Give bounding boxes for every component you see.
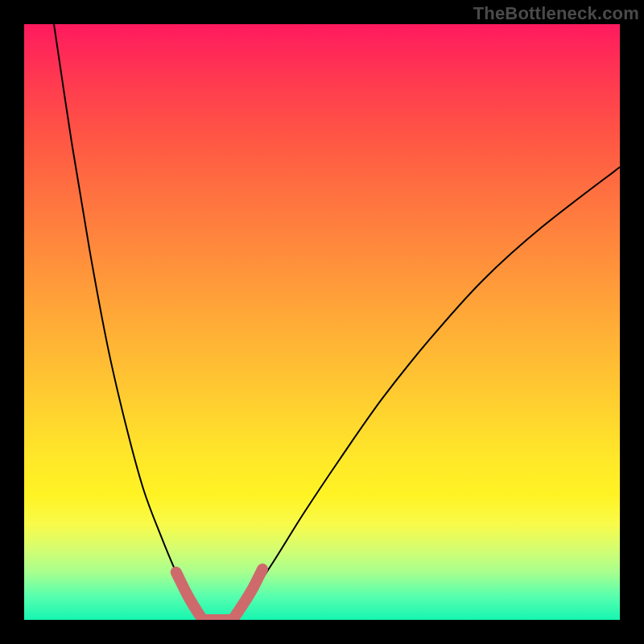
chart-svg [24,24,620,620]
highlight-path [176,569,262,620]
curve-path [54,24,620,620]
watermark-text: TheBottleneck.com [473,3,639,24]
